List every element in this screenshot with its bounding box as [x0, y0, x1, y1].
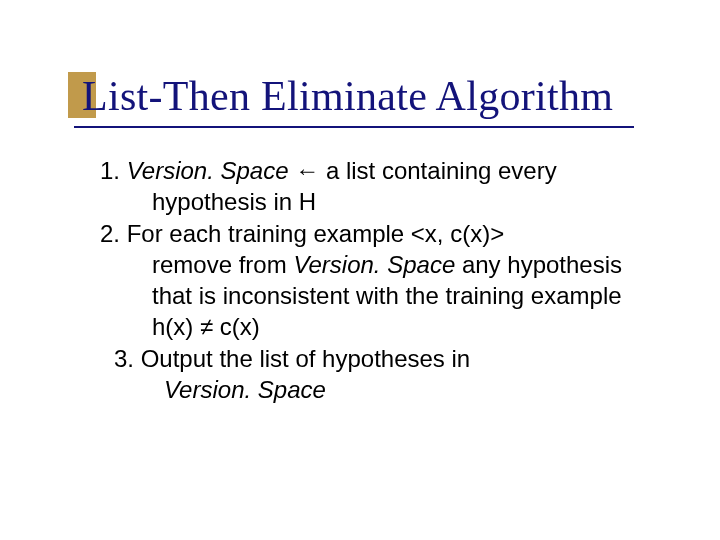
step-2-lead: 2. For each training example <x, c(x)> [100, 220, 504, 247]
assign-arrow: ← [289, 157, 326, 184]
body-text: 1. Version. Space ← a list containing ev… [100, 156, 650, 406]
versionspace-term: Version. Space [293, 251, 455, 278]
step-1: 1. Version. Space ← a list containing ev… [100, 156, 650, 217]
versionspace-term: Version. Space [127, 157, 289, 184]
step-3-lead: 3. Output the list of hypotheses in [114, 345, 470, 372]
versionspace-term: Version. Space [114, 375, 650, 406]
step-3: 3. Output the list of hypotheses in Vers… [114, 344, 650, 405]
step-1-number: 1. [100, 157, 127, 184]
step-2-cont-a: remove from [152, 251, 293, 278]
step-1-cont: hypothesis in H [100, 187, 650, 218]
slide-title: List-Then Eliminate Algorithm [68, 72, 720, 120]
slide: List-Then Eliminate Algorithm 1. Version… [0, 0, 720, 540]
step-1-lead: a list containing every [326, 157, 557, 184]
title-block: List-Then Eliminate Algorithm [68, 72, 720, 128]
step-2-cont: remove from Version. Space any hypothesi… [100, 250, 650, 342]
title-underline [74, 126, 634, 128]
step-2: 2. For each training example <x, c(x)> r… [100, 219, 650, 342]
